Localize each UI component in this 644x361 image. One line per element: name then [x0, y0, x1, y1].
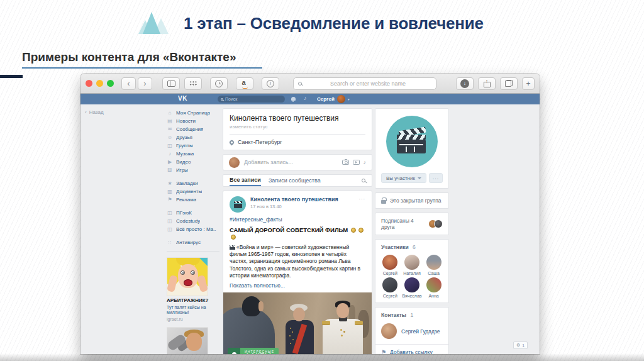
status-hint[interactable]: изменить статус	[230, 124, 365, 130]
notifications-bell-icon[interactable]	[291, 97, 296, 101]
games-icon: ⚄	[167, 168, 173, 173]
search-icon	[298, 82, 302, 86]
edge-accent-line	[0, 75, 23, 78]
post-image-war-and-peace[interactable]: ИНТЕРЕСНЫЕ ФАКТЫ	[223, 292, 372, 354]
tabs-icon	[505, 80, 513, 87]
post-composer[interactable]: Добавить запись... ♪	[223, 154, 372, 170]
feed-post: Кинолента твоего путешествия 17 ноя в 13…	[223, 191, 372, 354]
composer-placeholder[interactable]: Добавить запись...	[244, 159, 338, 165]
chevron-left-icon: ‹	[85, 109, 87, 115]
online-helper-badge[interactable]: ⚙ 1	[513, 342, 528, 349]
subtitle-underline	[22, 67, 262, 69]
download-icon: ↓	[460, 79, 469, 88]
ad-title[interactable]: АРБИТРАЖНИК?	[167, 298, 208, 304]
closed-group-card: Это закрытая группа	[375, 192, 449, 209]
chevron-down-icon: ▾	[348, 97, 350, 101]
sidebar-item-games[interactable]: ⚄Игры	[167, 166, 219, 174]
search-icon[interactable]	[362, 179, 365, 182]
sidebar-item-antivirus[interactable]: ∷Антивирус	[167, 238, 219, 247]
vk-user-menu[interactable]: Сергей ▾	[317, 94, 350, 104]
post-date[interactable]: 17 ноя в 13:40	[250, 204, 338, 209]
sidebar-item-music[interactable]: ♪Музыка	[167, 150, 219, 158]
sidebar-item-vse-prosto[interactable]: ◫Всё просто : Ма..	[167, 225, 219, 233]
contact-item[interactable]: Сергей Гудадзе	[375, 321, 448, 344]
gear-icon: ⚙	[516, 343, 520, 348]
sidebar-item-friends[interactable]: ☺Друзья	[167, 133, 219, 142]
amazon-bookmark-button[interactable]: a	[236, 77, 253, 90]
post-hashtag[interactable]: #Интересные_факты	[230, 216, 365, 223]
subscribed-friends-card[interactable]: Подписаны 4 друга	[375, 213, 449, 235]
sidebar-item-video[interactable]: ▶Видео	[167, 158, 219, 166]
contacts-label[interactable]: Контакты	[381, 312, 406, 318]
clapperboard-icon	[234, 201, 242, 208]
tab-overview-button[interactable]	[500, 77, 518, 90]
group-profile-card: Вы участник ...	[375, 108, 449, 189]
sidebar-item-bookmarks[interactable]: ★Закладки	[167, 179, 219, 187]
share-button[interactable]: ↑	[478, 77, 496, 90]
member-item[interactable]: Сергей	[379, 277, 401, 298]
ad-block-bm[interactable]: В БМ ТАКОМУ	[167, 327, 208, 354]
news-icon: ▤	[167, 119, 173, 124]
sidebar-item-messages[interactable]: ✉Сообщения	[167, 125, 219, 133]
sidebar-item-groups[interactable]: ◫Группы	[167, 142, 219, 150]
member-item[interactable]: Наталия	[401, 255, 423, 275]
zoom-window-button[interactable]	[107, 80, 114, 87]
community-icon: ◫	[167, 211, 173, 216]
back-link[interactable]: ‹ Назад	[85, 109, 104, 115]
sidebar-toggle-button[interactable]	[162, 77, 180, 90]
history-button[interactable]	[210, 77, 228, 90]
video-icon[interactable]	[353, 160, 360, 165]
vk-search-field[interactable]	[218, 96, 285, 103]
vk-right-column: Вы участник ... Это закрытая группа Подп…	[375, 108, 449, 354]
group-more-button[interactable]: ...	[429, 173, 443, 183]
ad-image-bm[interactable]: В БМ ТАКОМУ	[167, 327, 208, 354]
music-note-icon[interactable]: ♪	[364, 160, 367, 165]
show-more-link[interactable]: Показать полностью...	[230, 282, 365, 289]
group-avatar-large[interactable]	[386, 116, 438, 167]
member-item[interactable]: Сергей	[379, 255, 401, 275]
minimize-window-button[interactable]	[96, 80, 103, 87]
vk-search-input[interactable]	[225, 97, 282, 101]
sidebar-item-news[interactable]: ▤Новости	[167, 117, 219, 125]
avatar	[426, 255, 441, 270]
close-window-button[interactable]	[86, 80, 92, 87]
sidebar-item-documents[interactable]: ▥Документы	[167, 187, 219, 196]
sidebar-item-pgek[interactable]: ◫ПГэюК	[167, 209, 219, 217]
vk-logo[interactable]: VK	[178, 95, 187, 102]
sidebar-item-my-page[interactable]: ⌂Моя Страница	[167, 109, 219, 117]
you-are-member-button[interactable]: Вы участник	[381, 173, 426, 183]
group-avatar[interactable]	[230, 196, 246, 213]
address-input[interactable]	[305, 81, 431, 87]
forward-button[interactable]: ›	[138, 77, 152, 90]
downloads-button[interactable]: ↓	[456, 77, 474, 90]
contacts-card: Контакты 1 Сергей Гудадзе ⚑ Добавить ссы…	[375, 307, 449, 354]
sidebar-item-ads[interactable]: ⚑Реклама	[167, 196, 219, 204]
camera-icon[interactable]	[342, 160, 349, 165]
ad-text[interactable]: Тут палят кейсы на миллионы!	[167, 305, 208, 316]
forward-icon: ›	[143, 79, 146, 87]
ad-image-popart-woman[interactable]	[167, 257, 208, 296]
ad-block-arbitrazhnik[interactable]: АРБИТРАЖНИК? Тут палят кейсы на миллионы…	[167, 257, 208, 321]
avatar	[381, 323, 397, 339]
post-text: «Война и мир» — советский художественный…	[230, 244, 365, 279]
member-item[interactable]: Анна	[423, 277, 445, 298]
tab-all-posts[interactable]: Все записи	[230, 175, 261, 186]
address-bar[interactable]	[293, 77, 436, 90]
post-author[interactable]: Кинолента твоего путешествия	[250, 196, 338, 203]
post-more-button[interactable]: ...	[358, 196, 365, 199]
member-item[interactable]: Вячеслав	[401, 277, 423, 298]
lock-icon	[381, 200, 386, 204]
avatar	[426, 277, 441, 292]
tab-community-posts[interactable]: Записи сообщества	[269, 177, 321, 184]
members-label[interactable]: Участники	[381, 244, 409, 250]
back-button[interactable]: ‹	[121, 77, 136, 90]
member-item[interactable]: Саша	[423, 255, 445, 275]
top-sites-button[interactable]	[184, 77, 202, 90]
add-link-row[interactable]: ⚑ Добавить ссылку	[375, 344, 448, 354]
group-location-row[interactable]: Санкт-Петербург	[230, 134, 365, 145]
info-button[interactable]: i	[262, 77, 279, 90]
sidebar-item-codestudy[interactable]: ◫Codestudy	[167, 217, 219, 225]
music-note-icon[interactable]: ♪	[304, 95, 307, 101]
feed-tabs: Все записи Записи сообщества	[223, 174, 372, 187]
new-tab-button[interactable]: +	[522, 77, 535, 90]
